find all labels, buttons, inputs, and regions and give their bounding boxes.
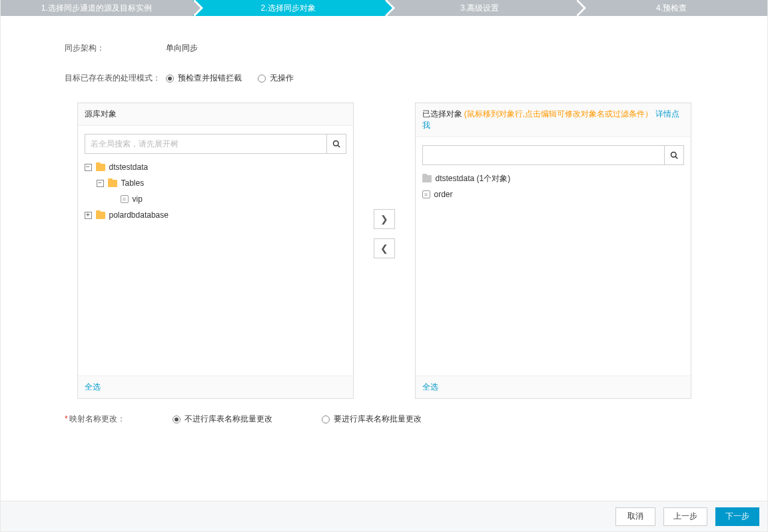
tree-node-label: dtstestdata bbox=[109, 162, 149, 172]
sync-arch-value: 单向同步 bbox=[166, 43, 198, 54]
list-item-label: order bbox=[434, 190, 453, 199]
radio-dot-icon bbox=[173, 415, 181, 423]
name-mapping-option-nochange[interactable]: 不进行库表名称批量更改 bbox=[173, 413, 272, 425]
selected-panel-header: 已选择对象 (鼠标移到对象行,点击编辑可修改对象名或过滤条件） 详情点我 bbox=[416, 103, 691, 137]
radio-dot-icon bbox=[258, 75, 266, 83]
folder-icon bbox=[108, 180, 117, 187]
target-mode-option-label: 无操作 bbox=[270, 73, 294, 84]
step-1[interactable]: 1.选择同步通道的源及目标实例 bbox=[1, 0, 192, 16]
sync-arch-label: 同步架构： bbox=[65, 43, 166, 54]
previous-button[interactable]: 上一步 bbox=[663, 507, 707, 526]
expand-icon[interactable] bbox=[85, 212, 92, 219]
tree-node-label: vip bbox=[133, 194, 143, 204]
sync-arch-row: 同步架构： 单向同步 bbox=[1, 43, 767, 54]
select-all-link[interactable]: 全选 bbox=[422, 382, 438, 392]
search-icon bbox=[670, 151, 678, 159]
transfer-buttons: ❯ ❮ bbox=[374, 209, 395, 258]
tree-node-tables[interactable]: Tables bbox=[85, 175, 346, 191]
select-all-link[interactable]: 全选 bbox=[85, 382, 101, 392]
folder-icon bbox=[96, 164, 105, 171]
name-mapping-option-label: 不进行库表名称批量更改 bbox=[185, 413, 272, 425]
source-panel-title: 源库对象 bbox=[85, 109, 117, 119]
collapse-icon[interactable] bbox=[97, 180, 104, 187]
footer-bar: 取消 上一步 下一步 bbox=[1, 501, 767, 531]
svg-line-1 bbox=[338, 145, 340, 147]
target-mode-option-precheck[interactable]: 预检查并报错拦截 bbox=[166, 73, 242, 84]
search-icon bbox=[332, 140, 340, 148]
target-mode-row: 目标已存在表的处理模式： 预检查并报错拦截 无操作 bbox=[1, 73, 767, 84]
source-search-button[interactable] bbox=[326, 134, 346, 154]
table-icon bbox=[121, 195, 129, 203]
svg-point-2 bbox=[671, 152, 676, 158]
list-item-db[interactable]: dtstestdata (1个对象) bbox=[422, 170, 684, 186]
cancel-button[interactable]: 取消 bbox=[615, 507, 655, 526]
radio-dot-icon bbox=[166, 75, 174, 83]
svg-point-0 bbox=[333, 141, 338, 146]
step-3[interactable]: 3.高级设置 bbox=[384, 0, 576, 16]
content-area: 同步架构： 单向同步 目标已存在表的处理模式： 预检查并报错拦截 无操作 源库对… bbox=[1, 16, 767, 501]
move-left-button[interactable]: ❮ bbox=[374, 238, 395, 258]
name-mapping-row: *映射名称更改： 不进行库表名称批量更改 要进行库表名称批量更改 bbox=[1, 413, 767, 425]
folder-icon bbox=[422, 175, 432, 182]
step-4[interactable]: 4.预检查 bbox=[576, 0, 767, 16]
source-search-input[interactable] bbox=[85, 134, 326, 154]
next-button[interactable]: 下一步 bbox=[715, 507, 759, 526]
target-mode-label: 目标已存在表的处理模式： bbox=[65, 73, 166, 84]
list-item-label: dtstestdata (1个对象) bbox=[436, 173, 511, 184]
name-mapping-label: *映射名称更改： bbox=[65, 413, 166, 425]
tree-node-db[interactable]: dtstestdata bbox=[85, 159, 346, 175]
svg-line-3 bbox=[675, 156, 677, 158]
source-search bbox=[85, 134, 346, 154]
name-mapping-option-change[interactable]: 要进行库表名称批量更改 bbox=[322, 413, 422, 425]
tree-node-db[interactable]: polardbdatabase bbox=[85, 207, 346, 223]
selected-panel-footer: 全选 bbox=[416, 376, 691, 398]
tree-node-label: Tables bbox=[121, 178, 145, 188]
wizard-steps: 1.选择同步通道的源及目标实例 2.选择同步对象 3.高级设置 4.预检查 bbox=[1, 0, 767, 16]
source-panel-footer: 全选 bbox=[78, 376, 353, 398]
tree-node-label: polardbdatabase bbox=[109, 210, 169, 220]
selected-search-input[interactable] bbox=[422, 145, 664, 165]
source-tree: dtstestdata Tables vip bbox=[85, 159, 346, 223]
source-panel: 源库对象 dtstestdata bbox=[77, 103, 354, 399]
list-item-table[interactable]: order bbox=[422, 186, 684, 202]
selected-panel-title: 已选择对象 bbox=[422, 109, 462, 119]
tree-node-table[interactable]: vip bbox=[85, 191, 346, 207]
move-right-button[interactable]: ❯ bbox=[374, 209, 395, 229]
selected-search bbox=[422, 145, 684, 165]
required-marker: * bbox=[65, 414, 68, 423]
folder-icon bbox=[96, 212, 105, 219]
step-2[interactable]: 2.选择同步对象 bbox=[192, 0, 384, 16]
selected-list: dtstestdata (1个对象) order bbox=[422, 170, 684, 202]
table-icon bbox=[422, 190, 430, 198]
name-mapping-option-label: 要进行库表名称批量更改 bbox=[334, 413, 422, 425]
selected-panel-hint: (鼠标移到对象行,点击编辑可修改对象名或过滤条件） bbox=[464, 109, 653, 119]
target-mode-option-noop[interactable]: 无操作 bbox=[258, 73, 294, 84]
source-panel-header: 源库对象 bbox=[78, 103, 353, 126]
selected-panel: 已选择对象 (鼠标移到对象行,点击编辑可修改对象名或过滤条件） 详情点我 bbox=[415, 103, 691, 399]
collapse-icon[interactable] bbox=[85, 164, 92, 171]
target-mode-option-label: 预检查并报错拦截 bbox=[178, 73, 242, 84]
selected-search-button[interactable] bbox=[664, 145, 684, 165]
radio-dot-icon bbox=[322, 415, 330, 423]
